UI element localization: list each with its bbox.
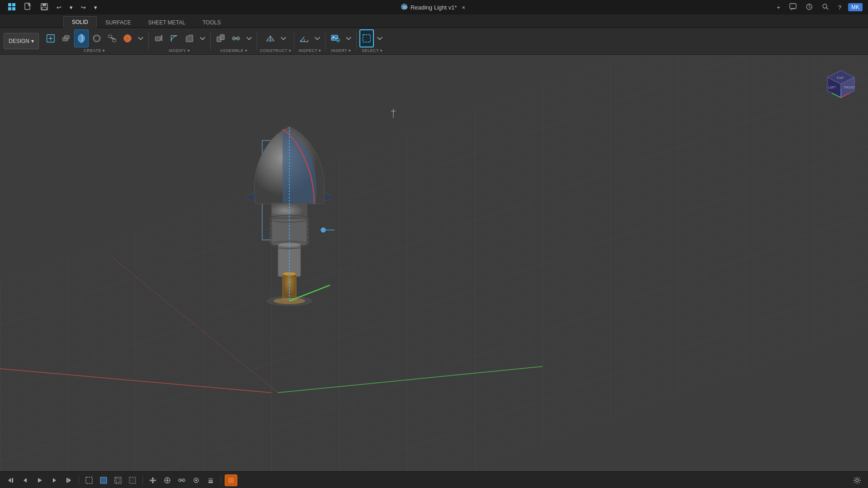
shell-button[interactable]: [90, 29, 104, 47]
play-button[interactable]: [33, 474, 46, 486]
insert-more-button[interactable]: [344, 33, 354, 43]
sep-3: [257, 32, 257, 50]
create-label: CREATE ▾: [84, 48, 105, 53]
extrude-button[interactable]: [59, 29, 73, 47]
svg-point-25: [124, 35, 132, 42]
step-back-button[interactable]: [19, 474, 32, 486]
construct-group: CONSTRUCT ▾: [260, 29, 291, 53]
loft-button[interactable]: [105, 29, 119, 47]
status-sep-2: [142, 476, 143, 485]
orb-button[interactable]: [120, 29, 135, 47]
svg-point-12: [823, 4, 827, 8]
new-tab-button[interactable]: +: [774, 3, 783, 12]
construct-more-button[interactable]: [278, 33, 288, 43]
insert-image-button[interactable]: [328, 29, 343, 47]
svg-rect-96: [116, 479, 120, 482]
create-more-button[interactable]: [136, 33, 146, 43]
viewport[interactable]: TOP LEFT FRONT: [0, 55, 868, 471]
new-sketch-button[interactable]: [43, 29, 58, 47]
design-dropdown-button[interactable]: DESIGN ▾: [4, 33, 39, 49]
snap-status-button[interactable]: [190, 474, 203, 486]
sep-4: [294, 32, 294, 50]
undo-dropdown-button[interactable]: ▾: [67, 3, 75, 12]
layer-status-button[interactable]: [204, 474, 217, 486]
joint-status-button[interactable]: [175, 474, 188, 486]
settings-button[interactable]: [851, 474, 863, 486]
redo-dropdown-button[interactable]: ▾: [92, 3, 99, 12]
svg-rect-3: [12, 7, 15, 10]
active-layer-button[interactable]: [225, 474, 237, 486]
assemble-label: ASSEMBLE ▾: [220, 48, 247, 53]
move-status-button[interactable]: [146, 474, 159, 486]
app-menu-button[interactable]: [5, 2, 18, 13]
svg-rect-87: [12, 478, 13, 483]
new-component-button[interactable]: [213, 29, 228, 47]
design-chevron-icon: ▾: [31, 38, 34, 44]
pivot-status-button[interactable]: [161, 474, 174, 486]
inspect-label: INSPECT ▾: [298, 48, 321, 53]
measure-button[interactable]: [297, 29, 311, 47]
svg-point-21: [94, 35, 100, 42]
select-button[interactable]: [359, 29, 374, 47]
svg-rect-93: [86, 477, 92, 483]
svg-rect-30: [220, 35, 224, 40]
search-button[interactable]: [820, 2, 831, 13]
tool-row: DESIGN ▾: [0, 28, 868, 54]
svg-point-22: [94, 36, 99, 40]
svg-rect-10: [790, 4, 796, 9]
svg-rect-1: [12, 3, 15, 6]
status-sep-1: [79, 476, 79, 485]
svg-rect-113: [228, 478, 234, 483]
svg-marker-86: [8, 478, 11, 483]
select-group: SELECT ▾: [359, 29, 385, 53]
inspect-more-button[interactable]: [312, 33, 322, 43]
push-pull-button[interactable]: [151, 29, 166, 47]
box-select-status-button[interactable]: [83, 474, 95, 486]
step-forward-button[interactable]: [48, 474, 61, 486]
close-button[interactable]: ×: [460, 3, 468, 12]
svg-rect-111: [208, 480, 213, 481]
statusbar: [0, 471, 868, 488]
paint-select-status-button[interactable]: [97, 474, 110, 486]
redo-button[interactable]: ↪: [79, 3, 88, 12]
assemble-group: ASSEMBLE ▾: [213, 29, 254, 53]
svg-rect-94: [100, 477, 107, 483]
file-icon: 3D: [401, 3, 408, 12]
fillet-button[interactable]: [167, 29, 181, 47]
tab-tools[interactable]: TOOLS: [194, 17, 229, 28]
svg-text:TOP: TOP: [836, 76, 844, 80]
tab-solid[interactable]: SOLID: [63, 16, 97, 28]
window-select-status-button[interactable]: [112, 474, 124, 486]
tab-sheet-metal[interactable]: SHEET METAL: [140, 17, 194, 28]
assemble-more-button[interactable]: [244, 33, 254, 43]
cross-select-status-button[interactable]: [126, 474, 139, 486]
save-button[interactable]: [38, 2, 51, 13]
view-cube[interactable]: TOP LEFT FRONT: [823, 64, 859, 100]
joint-button[interactable]: [229, 29, 243, 47]
user-avatar[interactable]: MK: [848, 3, 863, 11]
select-more-button[interactable]: [375, 33, 385, 43]
modify-more-button[interactable]: [198, 33, 208, 43]
tab-surface[interactable]: SURFACE: [97, 17, 140, 28]
grid-canvas: [0, 55, 868, 471]
undo-button[interactable]: ↩: [54, 3, 64, 12]
svg-text:FRONT: FRONT: [844, 86, 855, 89]
construct-label: CONSTRUCT ▾: [260, 48, 291, 53]
svg-rect-2: [8, 7, 11, 10]
svg-rect-6: [42, 4, 46, 6]
offset-plane-button[interactable]: [263, 29, 278, 47]
svg-marker-91: [68, 478, 71, 483]
file-menu-button[interactable]: [22, 2, 34, 13]
chat-button[interactable]: [787, 2, 799, 13]
skip-back-button[interactable]: [5, 474, 17, 486]
svg-marker-90: [53, 478, 56, 483]
title-bar: ↩ ▾ ↪ ▾ 3D Reading Light v1* × +: [0, 0, 868, 14]
svg-text:LEFT: LEFT: [828, 86, 836, 89]
history-button[interactable]: [803, 2, 815, 13]
select-label: SELECT ▾: [362, 48, 382, 53]
revolve-button[interactable]: [74, 29, 89, 47]
chamfer-button[interactable]: [182, 29, 197, 47]
skip-forward-button[interactable]: [62, 474, 75, 486]
svg-rect-110: [208, 482, 213, 483]
help-button[interactable]: ?: [836, 3, 844, 12]
